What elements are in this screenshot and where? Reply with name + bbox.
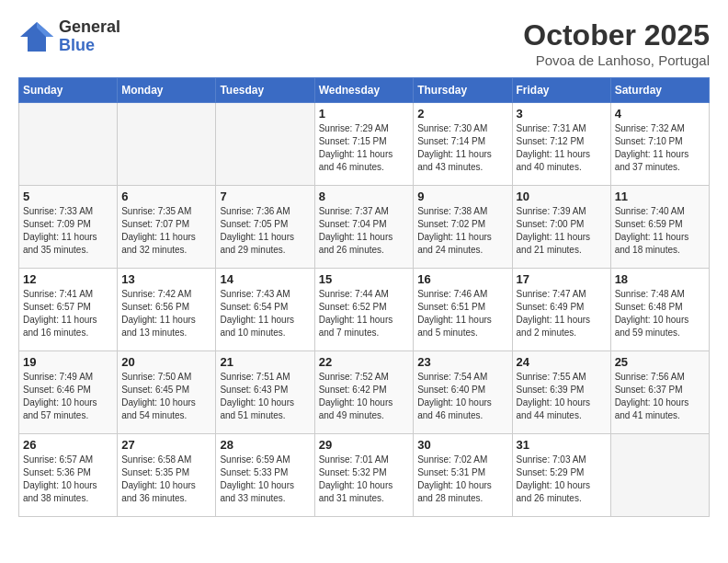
calendar-day-cell: 5Sunrise: 7:33 AM Sunset: 7:09 PM Daylig… — [19, 186, 118, 269]
calendar-day-cell: 17Sunrise: 7:47 AM Sunset: 6:49 PM Dayli… — [512, 269, 610, 351]
day-number: 31 — [517, 438, 607, 452]
day-info: Sunrise: 7:01 AM Sunset: 5:32 PM Dayligh… — [319, 454, 410, 505]
day-number: 5 — [23, 190, 113, 203]
calendar-week-row: 19Sunrise: 7:49 AM Sunset: 6:46 PM Dayli… — [19, 351, 710, 434]
weekday-header: Wednesday — [314, 78, 414, 103]
day-info: Sunrise: 6:57 AM Sunset: 5:36 PM Dayligh… — [23, 454, 113, 505]
day-info: Sunrise: 7:52 AM Sunset: 6:42 PM Dayligh… — [319, 371, 410, 422]
day-info: Sunrise: 7:54 AM Sunset: 6:40 PM Dayligh… — [417, 371, 507, 422]
day-number: 26 — [23, 438, 113, 452]
logo-blue-text: Blue — [59, 37, 120, 55]
calendar-day-cell — [19, 103, 118, 186]
calendar-day-cell: 27Sunrise: 6:58 AM Sunset: 5:35 PM Dayli… — [118, 434, 216, 517]
day-number: 29 — [319, 438, 410, 452]
day-info: Sunrise: 7:35 AM Sunset: 7:07 PM Dayligh… — [121, 205, 211, 257]
calendar-day-cell: 18Sunrise: 7:48 AM Sunset: 6:48 PM Dayli… — [610, 269, 709, 351]
logo-icon — [18, 20, 55, 53]
day-info: Sunrise: 7:29 AM Sunset: 7:15 PM Dayligh… — [319, 122, 410, 174]
calendar-header: SundayMondayTuesdayWednesdayThursdayFrid… — [19, 78, 710, 103]
calendar-subtitle: Povoa de Lanhoso, Portugal — [523, 52, 710, 68]
day-number: 17 — [517, 272, 607, 286]
day-number: 14 — [220, 272, 310, 286]
day-info: Sunrise: 7:03 AM Sunset: 5:29 PM Dayligh… — [517, 454, 607, 505]
day-number: 9 — [417, 190, 507, 203]
day-number: 22 — [319, 355, 410, 369]
day-info: Sunrise: 7:33 AM Sunset: 7:09 PM Dayligh… — [23, 205, 113, 257]
calendar-day-cell: 19Sunrise: 7:49 AM Sunset: 6:46 PM Dayli… — [19, 351, 118, 434]
calendar-day-cell: 6Sunrise: 7:35 AM Sunset: 7:07 PM Daylig… — [118, 186, 216, 269]
weekday-header: Sunday — [19, 78, 118, 103]
day-number: 4 — [615, 107, 705, 121]
day-number: 8 — [319, 190, 410, 203]
calendar-day-cell: 8Sunrise: 7:37 AM Sunset: 7:04 PM Daylig… — [314, 186, 414, 269]
day-info: Sunrise: 7:43 AM Sunset: 6:54 PM Dayligh… — [220, 288, 310, 339]
day-info: Sunrise: 7:55 AM Sunset: 6:39 PM Dayligh… — [517, 371, 607, 422]
calendar-day-cell: 9Sunrise: 7:38 AM Sunset: 7:02 PM Daylig… — [414, 186, 512, 269]
day-number: 11 — [615, 190, 705, 203]
day-number: 19 — [23, 355, 113, 369]
day-info: Sunrise: 7:44 AM Sunset: 6:52 PM Dayligh… — [319, 288, 410, 339]
calendar-day-cell: 26Sunrise: 6:57 AM Sunset: 5:36 PM Dayli… — [19, 434, 118, 517]
day-number: 16 — [417, 272, 507, 286]
day-info: Sunrise: 7:39 AM Sunset: 7:00 PM Dayligh… — [517, 205, 607, 257]
calendar-week-row: 12Sunrise: 7:41 AM Sunset: 6:57 PM Dayli… — [19, 269, 710, 351]
day-info: Sunrise: 7:50 AM Sunset: 6:45 PM Dayligh… — [121, 371, 211, 422]
calendar-day-cell: 30Sunrise: 7:02 AM Sunset: 5:31 PM Dayli… — [414, 434, 512, 517]
day-info: Sunrise: 7:56 AM Sunset: 6:37 PM Dayligh… — [615, 371, 705, 422]
calendar-day-cell: 24Sunrise: 7:55 AM Sunset: 6:39 PM Dayli… — [512, 351, 610, 434]
calendar-week-row: 1Sunrise: 7:29 AM Sunset: 7:15 PM Daylig… — [19, 103, 710, 186]
calendar-day-cell: 28Sunrise: 6:59 AM Sunset: 5:33 PM Dayli… — [216, 434, 314, 517]
weekday-header: Thursday — [414, 78, 512, 103]
logo: General Blue — [18, 18, 120, 55]
day-number: 2 — [417, 107, 507, 121]
calendar-body: 1Sunrise: 7:29 AM Sunset: 7:15 PM Daylig… — [19, 103, 710, 517]
day-info: Sunrise: 7:51 AM Sunset: 6:43 PM Dayligh… — [220, 371, 310, 422]
day-number: 6 — [121, 190, 211, 203]
calendar-day-cell: 21Sunrise: 7:51 AM Sunset: 6:43 PM Dayli… — [216, 351, 314, 434]
calendar-day-cell: 13Sunrise: 7:42 AM Sunset: 6:56 PM Dayli… — [118, 269, 216, 351]
calendar-day-cell — [118, 103, 216, 186]
calendar-week-row: 26Sunrise: 6:57 AM Sunset: 5:36 PM Dayli… — [19, 434, 710, 517]
calendar-day-cell — [610, 434, 709, 517]
weekday-header: Monday — [118, 78, 216, 103]
calendar-week-row: 5Sunrise: 7:33 AM Sunset: 7:09 PM Daylig… — [19, 186, 710, 269]
calendar-day-cell: 3Sunrise: 7:31 AM Sunset: 7:12 PM Daylig… — [512, 103, 610, 186]
day-number: 30 — [417, 438, 507, 452]
calendar-table: SundayMondayTuesdayWednesdayThursdayFrid… — [18, 77, 710, 517]
calendar-day-cell: 1Sunrise: 7:29 AM Sunset: 7:15 PM Daylig… — [314, 103, 414, 186]
page-header: General Blue October 2025 Povoa de Lanho… — [18, 18, 710, 68]
title-block: October 2025 Povoa de Lanhoso, Portugal — [523, 18, 710, 68]
calendar-day-cell: 15Sunrise: 7:44 AM Sunset: 6:52 PM Dayli… — [314, 269, 414, 351]
calendar-day-cell: 23Sunrise: 7:54 AM Sunset: 6:40 PM Dayli… — [414, 351, 512, 434]
calendar-day-cell: 14Sunrise: 7:43 AM Sunset: 6:54 PM Dayli… — [216, 269, 314, 351]
day-number: 13 — [121, 272, 211, 286]
day-info: Sunrise: 7:31 AM Sunset: 7:12 PM Dayligh… — [517, 122, 607, 174]
day-info: Sunrise: 7:42 AM Sunset: 6:56 PM Dayligh… — [121, 288, 211, 339]
day-number: 24 — [517, 355, 607, 369]
calendar-day-cell: 22Sunrise: 7:52 AM Sunset: 6:42 PM Dayli… — [314, 351, 414, 434]
calendar-day-cell: 25Sunrise: 7:56 AM Sunset: 6:37 PM Dayli… — [610, 351, 709, 434]
calendar-day-cell: 2Sunrise: 7:30 AM Sunset: 7:14 PM Daylig… — [414, 103, 512, 186]
day-number: 25 — [615, 355, 705, 369]
day-number: 1 — [319, 107, 410, 121]
day-info: Sunrise: 7:40 AM Sunset: 6:59 PM Dayligh… — [615, 205, 705, 257]
day-info: Sunrise: 7:32 AM Sunset: 7:10 PM Dayligh… — [615, 122, 705, 174]
day-number: 10 — [517, 190, 607, 203]
weekday-header: Tuesday — [216, 78, 314, 103]
calendar-title: October 2025 — [523, 18, 710, 52]
calendar-day-cell: 10Sunrise: 7:39 AM Sunset: 7:00 PM Dayli… — [512, 186, 610, 269]
calendar-day-cell: 31Sunrise: 7:03 AM Sunset: 5:29 PM Dayli… — [512, 434, 610, 517]
logo-text: General Blue — [59, 18, 120, 55]
calendar-day-cell: 12Sunrise: 7:41 AM Sunset: 6:57 PM Dayli… — [19, 269, 118, 351]
day-info: Sunrise: 7:30 AM Sunset: 7:14 PM Dayligh… — [417, 122, 507, 174]
day-info: Sunrise: 6:58 AM Sunset: 5:35 PM Dayligh… — [121, 454, 211, 505]
day-number: 21 — [220, 355, 310, 369]
day-info: Sunrise: 7:36 AM Sunset: 7:05 PM Dayligh… — [220, 205, 310, 257]
calendar-day-cell: 16Sunrise: 7:46 AM Sunset: 6:51 PM Dayli… — [414, 269, 512, 351]
day-number: 12 — [23, 272, 113, 286]
weekday-header: Saturday — [610, 78, 709, 103]
day-number: 3 — [517, 107, 607, 121]
day-info: Sunrise: 7:37 AM Sunset: 7:04 PM Dayligh… — [319, 205, 410, 257]
day-info: Sunrise: 7:47 AM Sunset: 6:49 PM Dayligh… — [517, 288, 607, 339]
day-number: 18 — [615, 272, 705, 286]
